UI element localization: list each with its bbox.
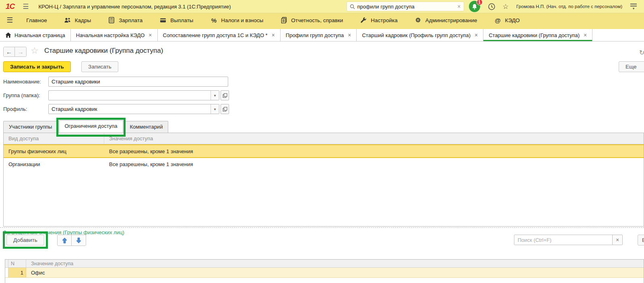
app-title: КРОН-Ц / Зарплата и управление персонало… [39, 4, 231, 10]
menu-item-administration[interactable]: ⚙ Администрирование [415, 17, 477, 24]
dropdown-icon[interactable]: ▾ [211, 91, 219, 100]
menu-label: Налоги и взносы [221, 17, 263, 23]
tab-kedo-setup[interactable]: Начальная настройка КЭДО × [71, 29, 158, 41]
menu-item-reports[interactable]: Отчетность, справки [280, 17, 343, 24]
close-icon[interactable]: × [272, 32, 275, 38]
group-input-box: ▾ [48, 90, 219, 100]
menu-item-salary[interactable]: Зарплата [108, 17, 142, 24]
search-icon [350, 4, 355, 9]
table-search-input[interactable] [514, 235, 612, 245]
column-header-value: Значение доступа [26, 260, 644, 267]
subtab-comment[interactable]: Комментарий [124, 121, 169, 133]
save-close-button[interactable]: Записать и закрыть [3, 61, 71, 72]
menu-label: Выплаты [170, 17, 193, 23]
field-label: Профиль: [3, 106, 48, 112]
more-button-top[interactable]: Еще [619, 61, 644, 72]
menu-item-kedo[interactable]: @ КЭДО [494, 17, 520, 24]
table-header: N Значение доступа [5, 260, 644, 268]
menu-label: Кадры [75, 17, 91, 23]
reorder-buttons [57, 235, 86, 246]
tab-access-profiles[interactable]: Профили групп доступа × [281, 29, 357, 41]
clear-search-icon[interactable]: × [457, 4, 460, 9]
move-up-icon[interactable] [58, 235, 72, 246]
close-icon[interactable]: × [475, 32, 478, 38]
move-down-icon[interactable] [72, 235, 86, 246]
tab-senior-hr-group[interactable]: Старшие кадровики (Группа доступа) × [483, 29, 592, 41]
menu-label: Главное [26, 17, 47, 23]
save-button[interactable]: Записать [81, 61, 118, 72]
menu-item-settings[interactable]: Настройка [360, 17, 397, 24]
title-bar: 1С ☰ КРОН-Ц / Зарплата и управление перс… [0, 0, 644, 13]
profile-input-box: ▾ [48, 104, 219, 114]
table-row[interactable]: Группы физических лиц Все разрешены, кро… [4, 144, 644, 158]
tab-group-mapping[interactable]: Сопоставление групп доступа 1С и КЭДО * … [158, 29, 281, 41]
subtab-access-restrictions[interactable]: Ограничения доступа [59, 120, 123, 133]
gear-icon: ⚙ [415, 17, 422, 24]
splitter-handle[interactable] [0, 227, 644, 228]
main-menu-icon[interactable]: ☰ [23, 2, 29, 11]
tab-senior-hr-profile[interactable]: Старший кадровик (Профиль групп доступа)… [357, 29, 483, 41]
page-title: Старшие кадровики (Группа доступа) [44, 47, 163, 55]
sections-icon[interactable]: ☰ [6, 16, 13, 25]
notifications-button[interactable]: 1 [469, 1, 480, 12]
name-input[interactable] [49, 79, 228, 85]
close-icon[interactable]: × [584, 32, 587, 38]
menu-label: Отчетность, справки [291, 17, 343, 23]
cell-access-kind: Организации [4, 158, 104, 171]
form-content: ← → ☆ Старшие кадровики (Группа доступа)… [0, 42, 644, 283]
open-icon[interactable] [221, 104, 229, 114]
table-row[interactable]: Организации Все разрешены, кроме 1 значе… [4, 158, 644, 171]
history-icon[interactable] [488, 3, 495, 10]
field-name: Наименование: [3, 77, 228, 87]
profile-input[interactable] [49, 106, 211, 112]
clear-search-icon[interactable]: × [612, 235, 622, 245]
name-input-box [48, 77, 228, 87]
column-header-n: N [8, 260, 26, 267]
back-button[interactable]: ← [4, 47, 15, 56]
at-icon: @ [494, 17, 502, 24]
field-label: Наименование: [3, 79, 48, 85]
tab-label: Старшие кадровики (Группа доступа) [489, 32, 580, 38]
favorites-icon[interactable]: ☆ [503, 3, 509, 10]
column-header: Вид доступа [4, 133, 104, 144]
subtab-members[interactable]: Участники группы [3, 121, 58, 133]
refresh-icon[interactable]: ↻ [639, 49, 644, 56]
more-button-bottom[interactable]: Еще [638, 235, 644, 246]
tab-home[interactable]: Начальная страница [0, 29, 71, 41]
percent-icon: % [210, 17, 217, 24]
gutter-cell [5, 268, 8, 277]
cell-row-number: 1 [8, 268, 26, 277]
table-row[interactable]: 1 Офис [5, 268, 644, 278]
dropdown-icon[interactable]: ▾ [211, 104, 219, 114]
field-group: Группа (папка): ▾ [3, 90, 229, 100]
tab-label: Сопоставление групп доступа 1С и КЭДО * [163, 32, 268, 38]
close-icon[interactable]: × [348, 32, 351, 38]
current-user[interactable]: Громова Н.П. (Нач. отд. по работе с перс… [516, 4, 622, 9]
menu-item-payments[interactable]: Выплаты [159, 17, 193, 24]
access-kinds-table: Вид доступа Значения доступа Группы физи… [3, 133, 644, 227]
add-button[interactable]: Добавить [6, 235, 44, 246]
report-icon [280, 17, 287, 24]
group-input[interactable] [49, 92, 211, 98]
denied-values-table: N Значение доступа 1 Офис [5, 259, 644, 283]
open-icon[interactable] [221, 90, 229, 100]
menu-item-main[interactable]: Главное [26, 17, 47, 23]
global-search-input[interactable] [357, 4, 455, 10]
cell-access-values: Все разрешены, кроме 1 значения [104, 158, 644, 171]
table-search: × [514, 235, 623, 245]
sections-menu-bar: ☰ Главное Кадры Зарплата Выплаты % Налог… [0, 13, 644, 27]
forward-button[interactable]: → [15, 47, 26, 56]
tab-label: Профили групп доступа [286, 32, 344, 38]
tab-label: Начальная настройка КЭДО [76, 32, 145, 38]
global-search[interactable]: × [347, 2, 464, 11]
menu-item-taxes[interactable]: % Налоги и взносы [210, 17, 263, 24]
user-menu-icon[interactable]: ▾ [630, 4, 637, 10]
close-icon[interactable]: × [149, 32, 152, 38]
people-icon [64, 17, 71, 24]
menu-item-personnel[interactable]: Кадры [64, 17, 91, 24]
field-label: Группа (папка): [3, 92, 48, 98]
add-favorite-icon[interactable]: ☆ [31, 46, 39, 56]
home-icon [5, 32, 11, 38]
cell-access-kind: Группы физических лиц [4, 145, 104, 157]
tab-label: Начальная страница [14, 32, 65, 38]
